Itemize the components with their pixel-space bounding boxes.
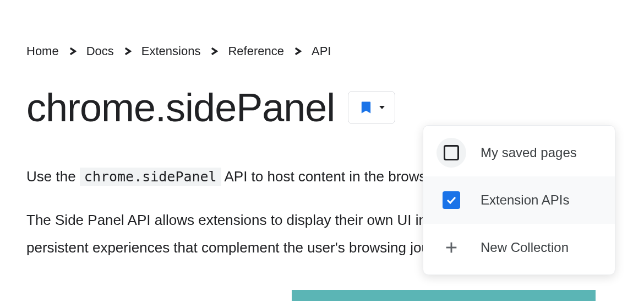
breadcrumb-extensions[interactable]: Extensions (141, 44, 201, 58)
chevron-right-icon (210, 47, 218, 55)
menu-item-label: Extension APIs (481, 192, 569, 208)
api-code: chrome.sidePanel (80, 168, 221, 186)
checkbox-unchecked-icon (436, 138, 466, 168)
chevron-right-icon (294, 47, 302, 55)
breadcrumb-home[interactable]: Home (26, 44, 59, 58)
breadcrumb-reference[interactable]: Reference (228, 44, 284, 58)
chevron-right-icon (124, 47, 132, 55)
menu-item-label: My saved pages (481, 145, 577, 160)
menu-item-new-collection[interactable]: New Collection (423, 224, 615, 271)
menu-item-saved-pages[interactable]: My saved pages (423, 129, 615, 176)
menu-item-label: New Collection (481, 240, 569, 255)
plus-icon (436, 233, 466, 262)
checkbox-checked-icon (436, 185, 466, 215)
decorative-strip (292, 290, 596, 301)
breadcrumb-api[interactable]: API (312, 44, 331, 58)
menu-item-extension-apis[interactable]: Extension APIs (423, 176, 615, 224)
chevron-right-icon (69, 47, 77, 55)
svg-marker-0 (379, 106, 385, 109)
breadcrumb-docs[interactable]: Docs (86, 44, 114, 58)
page-title: chrome.sidePanel (26, 85, 335, 130)
breadcrumb: Home Docs Extensions Reference API (26, 44, 644, 58)
bookmark-icon (358, 100, 374, 115)
bookmark-dropdown: My saved pages Extension APIs New Collec… (423, 125, 615, 275)
caret-down-icon (379, 105, 385, 110)
bookmark-button[interactable] (348, 91, 395, 124)
